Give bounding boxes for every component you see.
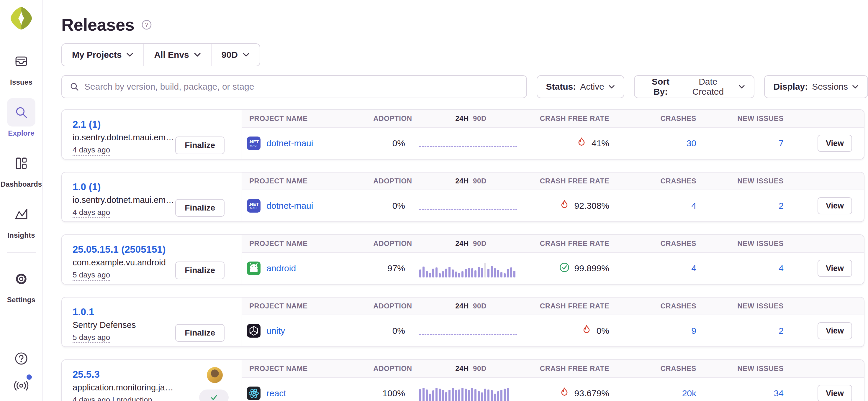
release-card: 25.5.3 application.monitoring.ja… 4 days… bbox=[61, 360, 864, 401]
project-link[interactable]: dotnet-maui bbox=[267, 138, 313, 148]
table-header: PROJECT NAME ADOPTION 24H90D CRASH FREE … bbox=[242, 298, 864, 315]
finalize-button[interactable]: Finalize bbox=[175, 199, 224, 217]
project-cell: unity bbox=[242, 324, 372, 338]
crashes-cell: 30 bbox=[626, 138, 713, 148]
timeframe-24h[interactable]: 24H bbox=[455, 177, 469, 185]
release-list: 2.1 (1) io.sentry.dotnet.maui.em… 4 days… bbox=[61, 109, 868, 401]
sidebar-item-insights[interactable]: Insights bbox=[7, 200, 35, 239]
crash-free-status-icon bbox=[559, 200, 570, 212]
column-project-name: PROJECT NAME bbox=[242, 239, 372, 248]
search-icon bbox=[7, 98, 35, 127]
crashes-link[interactable]: 20k bbox=[682, 388, 696, 398]
view-cell: View bbox=[801, 260, 864, 277]
sidebar-item-explore[interactable]: Explore bbox=[7, 98, 35, 137]
view-button[interactable]: View bbox=[817, 385, 852, 401]
table-header: PROJECT NAME ADOPTION 24H90D CRASH FREE … bbox=[242, 172, 864, 190]
column-adoption: ADOPTION bbox=[372, 177, 413, 185]
view-button[interactable]: View bbox=[817, 260, 852, 277]
crash-free-cell: 0% bbox=[528, 325, 626, 337]
timeframe-90d[interactable]: 90D bbox=[473, 364, 487, 372]
new-issues-cell: 2 bbox=[713, 201, 801, 211]
finalize-button[interactable]: Finalize bbox=[175, 262, 224, 279]
adoption-value: 0% bbox=[372, 201, 413, 211]
release-created: 5 days ago bbox=[72, 270, 110, 281]
status-dropdown[interactable]: Status: Active bbox=[537, 75, 624, 98]
release-project-table: PROJECT NAME ADOPTION 24H90D CRASH FREE … bbox=[242, 235, 864, 284]
view-button[interactable]: View bbox=[817, 322, 852, 339]
release-version-link[interactable]: 25.05.15.1 (2505151) bbox=[72, 244, 166, 255]
timeframe-toggle: 24H90D bbox=[413, 114, 528, 123]
table-header: PROJECT NAME ADOPTION 24H90D CRASH FREE … bbox=[242, 110, 864, 128]
chevron-down-icon bbox=[243, 53, 250, 57]
release-project-table: PROJECT NAME ADOPTION 24H90D CRASH FREE … bbox=[242, 172, 864, 222]
sidebar: Issues Explore Dashboards Insigh bbox=[0, 0, 43, 401]
finalize-button[interactable]: Finalize bbox=[175, 136, 224, 154]
dashboards-icon bbox=[7, 149, 35, 177]
release-version-link[interactable]: 1.0.1 bbox=[72, 306, 94, 318]
crash-free-cell: 99.899% bbox=[528, 262, 626, 275]
project-link[interactable]: react bbox=[267, 388, 286, 398]
sidebar-bottom bbox=[13, 350, 30, 393]
project-cell: .NETMAUI dotnet-maui bbox=[242, 136, 372, 150]
crashes-link[interactable]: 9 bbox=[691, 326, 696, 336]
search-input[interactable] bbox=[84, 82, 519, 92]
notification-dot bbox=[27, 374, 32, 380]
release-version-link[interactable]: 25.5.3 bbox=[72, 369, 100, 380]
sort-by-dropdown[interactable]: Sort By: Date Created bbox=[634, 75, 754, 98]
status-label: Status: bbox=[546, 82, 576, 92]
timeframe-24h[interactable]: 24H bbox=[455, 239, 469, 247]
sidebar-item-label: Insights bbox=[7, 231, 35, 239]
question-circle-icon[interactable]: ? bbox=[141, 19, 152, 30]
release-created: 4 days ago bbox=[72, 208, 110, 218]
finalized-check-pill bbox=[199, 390, 229, 401]
crashes-link[interactable]: 4 bbox=[691, 263, 696, 273]
timeframe-24h[interactable]: 24H bbox=[455, 114, 469, 122]
broadcast-icon[interactable] bbox=[13, 377, 30, 393]
project-cell: react bbox=[242, 387, 372, 400]
new-issues-link[interactable]: 2 bbox=[779, 201, 784, 210]
display-dropdown[interactable]: Display: Sessions bbox=[764, 75, 868, 98]
new-issues-link[interactable]: 4 bbox=[779, 263, 784, 273]
column-project-name: PROJECT NAME bbox=[242, 364, 372, 373]
timeframe-90d[interactable]: 90D bbox=[473, 239, 487, 247]
column-new-issues: NEW ISSUES bbox=[713, 177, 801, 185]
timeframe-toggle: 24H90D bbox=[413, 177, 528, 185]
new-issues-link[interactable]: 7 bbox=[779, 138, 784, 148]
project-link[interactable]: android bbox=[267, 263, 296, 273]
sidebar-item-issues[interactable]: Issues bbox=[7, 47, 35, 87]
finalize-button[interactable]: Finalize bbox=[175, 324, 224, 342]
project-link[interactable]: unity bbox=[267, 326, 285, 336]
new-issues-link[interactable]: 34 bbox=[774, 388, 784, 398]
sentry-logo-icon[interactable] bbox=[10, 6, 32, 30]
crashes-link[interactable]: 4 bbox=[691, 201, 696, 210]
timeframe-90d[interactable]: 90D bbox=[473, 177, 487, 185]
sidebar-item-settings[interactable]: Settings bbox=[7, 265, 35, 304]
timeframe-24h[interactable]: 24H bbox=[455, 302, 469, 310]
crash-free-value: 41% bbox=[592, 138, 609, 148]
new-issues-link[interactable]: 2 bbox=[779, 326, 784, 336]
date-range-filter-dropdown[interactable]: 90D bbox=[211, 44, 260, 66]
timeframe-90d[interactable]: 90D bbox=[473, 302, 487, 310]
help-icon[interactable] bbox=[13, 350, 30, 367]
sidebar-item-label: Dashboards bbox=[1, 180, 42, 189]
adoption-value: 97% bbox=[372, 263, 413, 273]
crashes-link[interactable]: 30 bbox=[687, 138, 696, 148]
timeframe-90d[interactable]: 90D bbox=[473, 114, 487, 122]
view-button[interactable]: View bbox=[817, 197, 852, 214]
column-crashes: CRASHES bbox=[626, 114, 713, 123]
view-button[interactable]: View bbox=[817, 135, 852, 152]
settings-icon bbox=[7, 265, 35, 293]
crash-free-cell: 92.308% bbox=[528, 200, 626, 212]
project-filter-dropdown[interactable]: My Projects bbox=[62, 44, 144, 66]
column-crash-free-rate: CRASH FREE RATE bbox=[528, 177, 626, 185]
timeframe-24h[interactable]: 24H bbox=[455, 364, 469, 372]
column-project-name: PROJECT NAME bbox=[242, 177, 372, 185]
sidebar-item-dashboards[interactable]: Dashboards bbox=[1, 149, 42, 189]
column-new-issues: NEW ISSUES bbox=[713, 302, 801, 310]
release-version-link[interactable]: 1.0 (1) bbox=[72, 181, 101, 193]
main-content: Releases ? My Projects All Envs 90D bbox=[43, 0, 868, 401]
project-link[interactable]: dotnet-maui bbox=[267, 201, 313, 211]
release-version-link[interactable]: 2.1 (1) bbox=[72, 119, 101, 130]
date-range-filter-label: 90D bbox=[222, 50, 238, 60]
environment-filter-dropdown[interactable]: All Envs bbox=[144, 44, 211, 66]
